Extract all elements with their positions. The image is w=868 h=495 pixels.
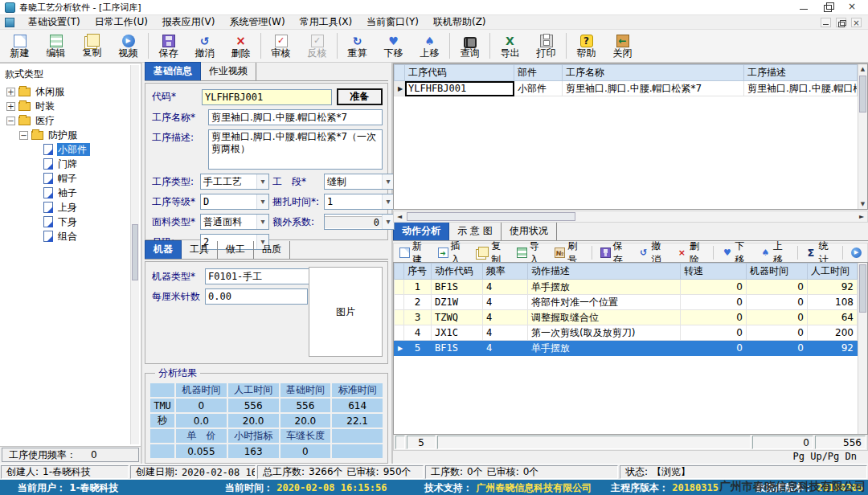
expand-icon[interactable]: + bbox=[6, 88, 15, 96]
copy-button[interactable]: 复制 bbox=[74, 31, 110, 61]
process-type-select[interactable]: 手工工艺▾ bbox=[200, 174, 269, 190]
menu-current-window[interactable]: 当前窗口(Y) bbox=[359, 14, 426, 30]
help-icon: ? bbox=[580, 35, 593, 47]
process-grid-hscrollbar[interactable]: ◄ ► bbox=[393, 211, 868, 223]
created-date-label: 创建日期: bbox=[136, 465, 178, 479]
creator-value: 1-春晓科技 bbox=[43, 465, 91, 479]
move-down-button[interactable]: ♥下移 bbox=[375, 31, 411, 61]
stitch-density-input[interactable]: 0.00 bbox=[205, 288, 308, 305]
close-window-button[interactable]: ←关闭 bbox=[604, 31, 641, 61]
tab-tool[interactable]: 工具 bbox=[182, 241, 218, 259]
prepare-button[interactable]: 准备 bbox=[337, 88, 383, 105]
tab-workmanship[interactable]: 做工 bbox=[218, 241, 254, 259]
delete-x-icon: × bbox=[235, 35, 248, 47]
tree-item-combo[interactable]: 组合 bbox=[2, 229, 129, 243]
tab-basic-info[interactable]: 基础信息 bbox=[145, 62, 201, 80]
tree-item-lower-body[interactable]: 下身 bbox=[2, 215, 129, 229]
delete-button[interactable]: ×删除 bbox=[223, 31, 259, 61]
current-user-value: 1-春晓科技 bbox=[69, 482, 118, 493]
tree-item-medical[interactable]: −医疗 bbox=[2, 113, 129, 128]
undo-button[interactable]: ↺撤消 bbox=[186, 31, 223, 61]
process-desc-input[interactable]: 剪里袖口.脚口.中腰.帽口松紧*7（一次剪两根） bbox=[208, 129, 383, 170]
tab-quality[interactable]: 品质 bbox=[254, 241, 290, 259]
action-row-selected[interactable]: ▶ 5 BF1S 4 单手摆放 0 0 92 bbox=[395, 341, 858, 356]
edit-button[interactable]: 编辑 bbox=[38, 31, 74, 61]
fabric-type-label: 面料类型* bbox=[152, 215, 197, 229]
process-name-cell[interactable]: 剪里袖口.脚口.中腰.帽口松紧*7 bbox=[563, 81, 744, 96]
menu-help[interactable]: 联机帮助(Z) bbox=[426, 14, 493, 30]
tab-machine[interactable]: 机器 bbox=[145, 240, 182, 259]
action-grid-scrollbar[interactable] bbox=[858, 263, 867, 434]
action-row[interactable]: 3 TZWQ 4 调整握取缝合位 0 0 64 bbox=[395, 310, 858, 325]
menu-basic-settings[interactable]: 基础设置(T) bbox=[21, 14, 88, 30]
main-toolbar: 新建 编辑 复制 ▶视频 保存 ↺撤消 ×删除 ✓审核 ✓反核 ↻重算 ♥下移 … bbox=[0, 30, 868, 63]
tree-item-sleeve[interactable]: 袖子 bbox=[2, 186, 129, 200]
print-button[interactable]: 打印 bbox=[528, 31, 564, 61]
process-desc-label: 工序描述: bbox=[152, 129, 208, 145]
process-part-cell[interactable]: 小部件 bbox=[514, 81, 563, 96]
scroll-right-icon[interactable]: ► bbox=[856, 211, 867, 222]
save-floppy-icon bbox=[600, 248, 611, 258]
collapse-icon[interactable]: − bbox=[19, 131, 28, 140]
process-code-cell[interactable]: YLFHFBJ001 bbox=[405, 81, 514, 96]
process-desc-cell[interactable]: 剪里袖口.脚口.中腰.帽口松紧*7（一次剪两根） bbox=[744, 81, 858, 96]
new-button[interactable]: 新建 bbox=[2, 31, 38, 61]
tree-scrollbar[interactable] bbox=[130, 65, 139, 444]
minimize-icon[interactable] bbox=[799, 2, 809, 12]
app-icon bbox=[5, 2, 15, 13]
child-minimize-icon[interactable] bbox=[821, 18, 831, 27]
grade-select[interactable]: D▾ bbox=[200, 194, 269, 210]
action-play-button[interactable]: ▶ bbox=[847, 246, 866, 260]
collapse-icon[interactable]: − bbox=[6, 117, 15, 125]
tree-item-protective[interactable]: −防护服 bbox=[2, 128, 129, 142]
total-audited-label: 已审核: bbox=[347, 465, 379, 479]
stage-select[interactable]: 缝制▾ bbox=[324, 174, 395, 190]
extra-factor-select[interactable]: 0▾ bbox=[324, 214, 395, 230]
child-restore-icon[interactable] bbox=[836, 18, 846, 27]
move-up-icon: ♠ bbox=[424, 35, 436, 47]
tree-item-small-parts[interactable]: 小部件 bbox=[2, 142, 129, 157]
grade-label: 工序等级* bbox=[152, 195, 197, 209]
action-row[interactable]: 1 BF1S 4 单手摆放 0 0 92 bbox=[395, 280, 858, 295]
audit-button[interactable]: ✓审核 bbox=[263, 31, 299, 61]
menu-tools[interactable]: 常用工具(X) bbox=[293, 14, 360, 30]
action-row[interactable]: 4 JX1C 4 第一次剪线(取及放剪刀) 0 0 200 bbox=[395, 325, 858, 341]
chevron-down-icon: ▾ bbox=[256, 194, 268, 209]
save-button[interactable]: 保存 bbox=[150, 31, 186, 61]
pager-hint: Pg Up/Pg Dn bbox=[393, 451, 868, 464]
tab-job-video[interactable]: 作业视频 bbox=[201, 63, 256, 80]
mdi-child-icon[interactable] bbox=[5, 18, 14, 27]
tree-item-casual[interactable]: +休闲服 bbox=[2, 84, 129, 99]
process-name-input[interactable]: 剪里袖口.脚口.中腰.帽口松紧*7 bbox=[208, 109, 383, 125]
menu-system[interactable]: 系统管理(W) bbox=[222, 14, 292, 30]
tree-item-hat[interactable]: 帽子 bbox=[2, 171, 129, 186]
search-button[interactable]: 查询 bbox=[452, 31, 488, 61]
creator-label: 创建人: bbox=[6, 465, 39, 479]
recalc-button[interactable]: ↻重算 bbox=[339, 31, 375, 61]
expand-icon[interactable]: + bbox=[6, 102, 15, 111]
process-row[interactable]: ▶ YLFHFBJ001 小部件 剪里袖口.脚口.中腰.帽口松紧*7 剪里袖口.… bbox=[395, 81, 858, 96]
tree-item-fashion[interactable]: +时装 bbox=[2, 99, 129, 113]
scroll-left-icon[interactable]: ◄ bbox=[394, 211, 405, 222]
move-up-button[interactable]: ♠上移 bbox=[411, 31, 448, 61]
fabric-type-select[interactable]: 普通面料▾ bbox=[200, 214, 269, 230]
analysis-result-title: 分析结果 bbox=[155, 366, 200, 380]
tech-support-value: 广州春晓信息科技有限公司 bbox=[476, 482, 592, 493]
process-grid-scrollbar[interactable]: ▲▼ bbox=[858, 64, 867, 209]
usage-frequency-box: 工序使用频率： 0 bbox=[2, 448, 139, 462]
bundle-time-select[interactable]: 1▾ bbox=[324, 194, 395, 210]
close-icon[interactable]: × bbox=[847, 2, 857, 12]
menu-daily-work[interactable]: 日常工作(U) bbox=[88, 14, 155, 30]
export-button[interactable]: X导出 bbox=[492, 31, 528, 61]
tree-item-door-plate[interactable]: 门牌 bbox=[2, 157, 129, 171]
child-close-icon[interactable]: × bbox=[851, 18, 862, 27]
code-label: 代码* bbox=[152, 90, 202, 104]
action-row[interactable]: 2 DZ1W 4 将部件对准一个位置 0 0 108 bbox=[395, 295, 858, 310]
video-button[interactable]: ▶视频 bbox=[110, 31, 146, 61]
help-button[interactable]: ?帮助 bbox=[568, 31, 604, 61]
tree-item-upper-body[interactable]: 上身 bbox=[2, 200, 129, 215]
restore-icon[interactable] bbox=[823, 2, 833, 12]
undo-icon: ↺ bbox=[199, 35, 211, 47]
menu-reports[interactable]: 报表应用(V) bbox=[155, 14, 223, 30]
code-input[interactable]: YLFHFBJ001 bbox=[202, 89, 332, 105]
